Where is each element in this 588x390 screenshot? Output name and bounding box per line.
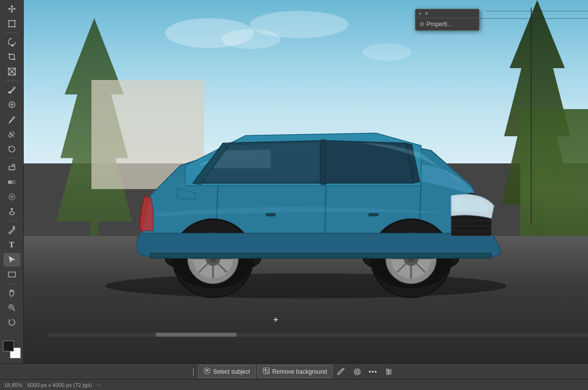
gradient-tool-icon [7,178,16,187]
remove-background-button[interactable]: Remove background [257,365,333,378]
select-subject-button[interactable]: Select subject [198,365,255,378]
svg-rect-10 [8,181,15,184]
select-subject-icon [204,367,210,376]
select-subject-label: Select subject [213,368,250,375]
properties-dock-icon[interactable]: » [419,11,421,16]
blur-tool[interactable] [3,190,20,204]
svg-line-18 [13,309,15,311]
photo-canvas[interactable]: VW PERU ADN-687 [24,0,588,363]
type-tool[interactable]: T [3,238,20,252]
artboard-tool[interactable] [3,17,20,31]
svg-point-63 [356,370,359,373]
remove-background-icon [263,367,270,376]
properties-title-row: ⚙ Properti... [416,18,479,30]
eyedropper-tool[interactable] [3,83,20,97]
properties-close-icon[interactable]: ✕ [424,11,428,16]
zoom-tool-icon [7,303,16,312]
canvas-area: VW PERU ADN-687 [24,0,588,363]
status-arrow-right[interactable]: › [99,382,101,388]
image-dimensions: 6000 px x 4000 px (72 ppi) [27,382,91,388]
properties-titlebar: » ✕ [416,9,479,18]
dodge-tool[interactable] [3,205,20,219]
healing-brush-tool[interactable] [3,98,20,112]
lasso-tool[interactable] [3,35,20,49]
car-image: VW PERU ADN-687 [80,73,532,309]
dodge-tool-icon [7,207,16,216]
svg-point-1 [11,45,13,46]
history-brush-tool[interactable] [3,142,20,156]
hand-tool[interactable] [3,286,20,300]
zoom-tool[interactable] [3,301,20,314]
zoom-level: 18,85% [4,382,22,388]
more-options-icon: ••• [369,368,378,376]
status-nav-arrows: ‹ › [97,382,101,388]
svg-rect-22 [266,213,276,216]
blur-tool-icon [7,193,16,201]
lasso-tool-icon [7,38,16,46]
scrollbar-thumb[interactable] [156,333,237,337]
foreground-color-swatch[interactable] [3,341,14,351]
remove-background-label: Remove background [272,368,327,375]
adjustments-button[interactable] [382,365,396,379]
selection-tool[interactable] [3,253,20,267]
healing-brush-icon [7,100,16,109]
svg-rect-8 [9,166,15,170]
svg-point-5 [8,92,10,93]
eyedropper-tool-icon [7,85,16,94]
horizontal-scrollbar[interactable] [47,333,588,337]
rectangle-tool[interactable] [3,268,20,281]
svg-rect-61 [267,372,268,373]
more-options-button[interactable]: ••• [366,365,380,379]
type-tool-letter: T [9,240,14,249]
main-area: T [0,0,588,363]
brush-tool-icon [7,115,16,124]
svg-rect-16 [8,272,15,277]
properties-title-label: Properti... [426,21,452,28]
eraser-tool[interactable] [3,160,20,174]
status-bar: 18,85% 6000 px x 4000 px (72 ppi) ‹ › [0,379,588,390]
status-arrow-left[interactable]: ‹ [97,382,98,388]
crop-tool-icon [7,52,16,61]
toolbar-separator-left: | [192,367,194,376]
adjustments-icon [385,368,393,376]
crop-tool[interactable] [3,50,20,64]
rotate-view-tool[interactable] [3,315,20,329]
svg-rect-60 [265,370,266,371]
selection-tool-icon [7,255,16,264]
clone-stamp-icon [7,130,16,139]
svg-point-67 [386,369,388,371]
wire-horizontal-1 [486,11,588,11]
left-toolbar: T [0,0,24,363]
move-tool[interactable] [3,2,20,16]
cloud-3 [250,11,348,38]
pen-tool-icon [7,226,16,234]
brush-tool[interactable] [3,113,20,126]
clone-stamp-tool[interactable] [3,127,20,141]
mask-icon [353,368,361,376]
svg-point-68 [388,371,390,373]
rectangle-tool-icon [7,270,16,279]
hand-tool-icon [7,288,16,297]
svg-point-7 [9,134,12,137]
rotate-view-icon [7,318,16,327]
frame-tool-icon [7,67,16,76]
magic-selection-icon [337,368,345,376]
artboard-tool-icon [7,19,16,28]
svg-rect-0 [9,21,15,27]
color-swatches [3,341,21,361]
pen-tool[interactable] [3,223,20,237]
mask-button[interactable] [350,365,364,379]
frame-tool[interactable] [3,65,20,78]
properties-settings-icon: ⚙ [420,21,424,28]
svg-point-69 [387,373,389,375]
svg-point-58 [207,370,208,372]
svg-rect-23 [369,213,378,216]
bottom-contextual-toolbar: | Select subject Remove background [0,363,588,379]
svg-point-13 [9,212,14,215]
magic-selection-button[interactable] [335,365,348,379]
color-swatch-container[interactable] [3,341,21,358]
properties-titlebar-actions: » ✕ [419,11,428,16]
svg-point-12 [11,196,13,198]
gradient-tool[interactable] [3,175,20,189]
history-brush-icon [7,145,16,154]
